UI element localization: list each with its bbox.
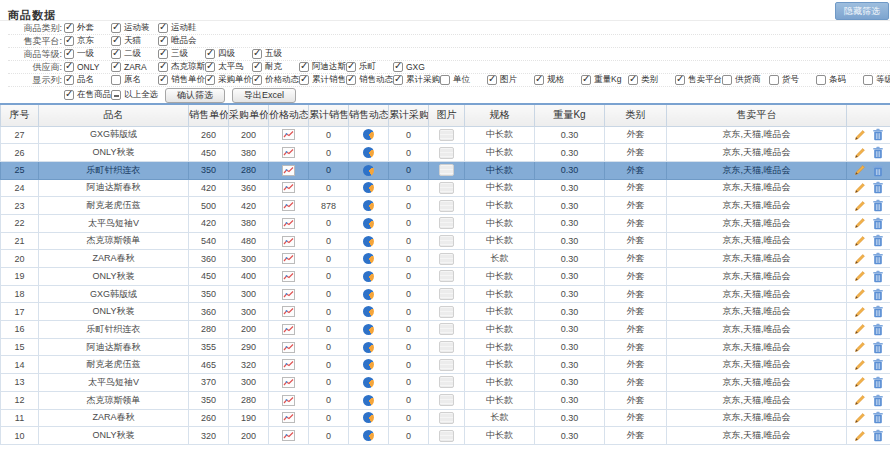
checkbox-icon[interactable] — [440, 75, 450, 85]
pencil-icon[interactable] — [854, 200, 866, 212]
line-chart-icon[interactable] — [282, 253, 295, 264]
trash-icon[interactable] — [872, 411, 884, 424]
filter-option[interactable]: 重量Kg — [581, 74, 628, 86]
filter-option[interactable]: 一级 — [64, 48, 111, 60]
image-placeholder-icon[interactable] — [439, 394, 454, 406]
filter-option[interactable]: 品名 — [64, 74, 111, 86]
line-chart-icon[interactable] — [282, 377, 295, 388]
pencil-icon[interactable] — [854, 182, 866, 194]
checkbox-icon[interactable] — [581, 75, 591, 85]
pencil-icon[interactable] — [854, 217, 866, 229]
trash-icon[interactable] — [872, 164, 884, 177]
table-row[interactable]: 11ZARA春秋26019000长款0.30外套京东,天猫,唯品会 — [1, 409, 890, 427]
checkbox-icon[interactable] — [64, 75, 74, 85]
checkbox-icon[interactable] — [346, 62, 356, 72]
checkbox-icon[interactable] — [158, 75, 168, 85]
checkbox-icon[interactable] — [393, 75, 403, 85]
checkbox-icon[interactable] — [393, 62, 403, 72]
filter-option[interactable]: 唯品会 — [158, 35, 205, 47]
filter-option[interactable]: 图片 — [487, 74, 534, 86]
checkbox-icon[interactable] — [299, 62, 309, 72]
trash-icon[interactable] — [872, 394, 884, 407]
checkbox-icon[interactable] — [252, 62, 262, 72]
table-row[interactable]: 19ONLY秋装45040000中长款0.30外套京东,天猫,唯品会 — [1, 268, 890, 286]
pencil-icon[interactable] — [854, 147, 866, 159]
pie-chart-icon[interactable] — [363, 271, 374, 282]
filter-option[interactable]: 外套 — [64, 22, 111, 34]
image-placeholder-icon[interactable] — [439, 359, 454, 371]
filter-option[interactable]: 原名 — [111, 74, 158, 86]
filter-option[interactable]: 累计采购 — [393, 74, 440, 86]
checkbox-icon[interactable] — [158, 23, 168, 33]
checkbox-icon[interactable] — [769, 75, 779, 85]
pencil-icon[interactable] — [854, 394, 866, 406]
filter-option[interactable]: 二级 — [111, 48, 158, 60]
trash-icon[interactable] — [872, 376, 884, 389]
line-chart-icon[interactable] — [282, 165, 295, 176]
pie-chart-icon[interactable] — [363, 147, 374, 158]
image-placeholder-icon[interactable] — [439, 341, 454, 353]
table-row[interactable]: 14耐克老虎伍兹46532000中长款0.30外套京东,天猫,唯品会 — [1, 356, 890, 374]
checkbox-icon[interactable] — [111, 36, 121, 46]
line-chart-icon[interactable] — [282, 359, 295, 370]
pie-chart-icon[interactable] — [363, 253, 374, 264]
image-placeholder-icon[interactable] — [439, 217, 454, 229]
checkbox-icon[interactable] — [299, 75, 309, 85]
checkbox-icon[interactable] — [64, 90, 74, 100]
pie-chart-icon[interactable] — [363, 236, 374, 247]
pie-chart-icon[interactable] — [363, 218, 374, 229]
pie-chart-icon[interactable] — [363, 430, 374, 441]
image-placeholder-icon[interactable] — [439, 306, 454, 318]
pie-chart-icon[interactable] — [363, 342, 374, 353]
image-placeholder-icon[interactable] — [439, 270, 454, 282]
filter-option[interactable]: 规格 — [534, 74, 581, 86]
filter-option[interactable]: 京东 — [64, 35, 111, 47]
filter-option[interactable]: 单位 — [440, 74, 487, 86]
table-row[interactable]: 20ZARA春秋36030000长款0.30外套京东,天猫,唯品会 — [1, 250, 890, 268]
image-placeholder-icon[interactable] — [439, 412, 454, 424]
checkbox-icon[interactable] — [111, 23, 121, 33]
table-row[interactable]: 26ONLY秋装45038000中长款0.30外套京东,天猫,唯品会 — [1, 144, 890, 162]
checkbox-icon[interactable] — [111, 49, 121, 59]
trash-icon[interactable] — [872, 341, 884, 354]
line-chart-icon[interactable] — [282, 218, 295, 229]
checkbox-icon[interactable] — [205, 75, 215, 85]
trash-icon[interactable] — [872, 323, 884, 336]
table-row[interactable]: 10ONLY秋装32020000中长款0.30外套京东,天猫,唯品会 — [1, 427, 890, 445]
filter-option[interactable]: 采购单价 — [205, 74, 252, 86]
pie-chart-icon[interactable] — [363, 359, 374, 370]
line-chart-icon[interactable] — [282, 306, 295, 317]
line-chart-icon[interactable] — [282, 236, 295, 247]
pie-chart-icon[interactable] — [363, 289, 374, 300]
pie-chart-icon[interactable] — [363, 377, 374, 388]
checkbox-icon[interactable] — [346, 75, 356, 85]
pencil-icon[interactable] — [854, 288, 866, 300]
filter-option[interactable]: ONLY — [64, 62, 111, 72]
image-placeholder-icon[interactable] — [439, 323, 454, 335]
filter-option[interactable]: 供货商 — [722, 74, 769, 86]
table-row[interactable]: 17ONLY秋装36030000中长款0.30外套京东,天猫,唯品会 — [1, 303, 890, 321]
checkbox-icon[interactable] — [64, 62, 74, 72]
filter-option[interactable]: 销售单价 — [158, 74, 205, 86]
pencil-icon[interactable] — [854, 306, 866, 318]
image-placeholder-icon[interactable] — [439, 253, 454, 265]
filter-option[interactable]: 以上全选 — [111, 89, 158, 101]
pencil-icon[interactable] — [854, 376, 866, 388]
image-placeholder-icon[interactable] — [439, 129, 454, 141]
line-chart-icon[interactable] — [282, 430, 295, 441]
pencil-icon[interactable] — [854, 270, 866, 282]
pie-chart-icon[interactable] — [363, 395, 374, 406]
table-row[interactable]: 22太平鸟短袖V42038000中长款0.30外套京东,天猫,唯品会 — [1, 214, 890, 232]
filter-option[interactable]: 等级 — [863, 74, 890, 86]
checkbox-icon[interactable] — [111, 62, 121, 72]
trash-icon[interactable] — [872, 146, 884, 159]
pencil-icon[interactable] — [854, 253, 866, 265]
trash-icon[interactable] — [872, 429, 884, 442]
image-placeholder-icon[interactable] — [439, 200, 454, 212]
table-row[interactable]: 13太平鸟短袖V37030000中长款0.30外套京东,天猫,唯品会 — [1, 374, 890, 392]
image-placeholder-icon[interactable] — [439, 147, 454, 159]
pie-chart-icon[interactable] — [363, 324, 374, 335]
filter-option[interactable]: 四级 — [205, 48, 252, 60]
trash-icon[interactable] — [872, 181, 884, 194]
filter-option[interactable]: 五级 — [252, 48, 299, 60]
